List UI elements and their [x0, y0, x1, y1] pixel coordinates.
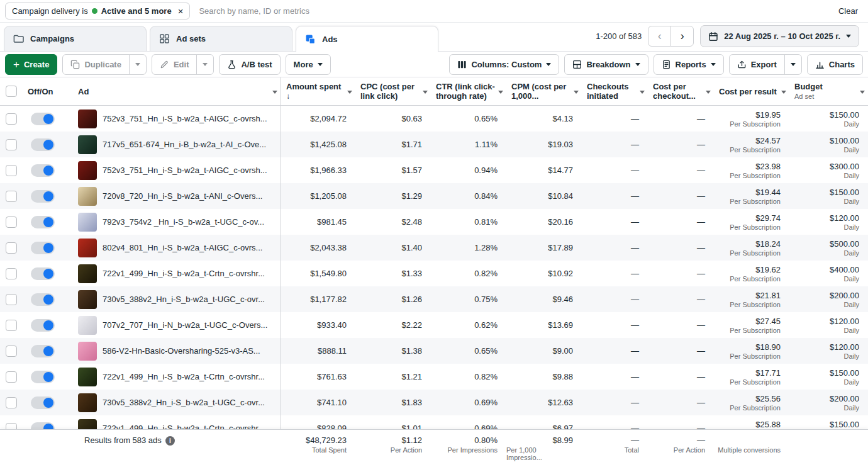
row-checkbox[interactable]	[6, 191, 17, 202]
ad-status-toggle[interactable]	[31, 371, 55, 383]
cost-per-checkout-cell: —	[648, 183, 714, 209]
clear-filters-button[interactable]: Clear	[838, 6, 858, 16]
col-header-amount-spent[interactable]: Amount spent ↓	[281, 77, 355, 105]
create-button[interactable]: + Create	[5, 54, 57, 75]
info-icon[interactable]: i	[165, 436, 175, 446]
amount-spent-cell: $2,043.38	[281, 235, 355, 261]
ad-name-link[interactable]: 802v4_801_Hn_i-S_b-w2a_t-AIGC_c-ovrs...	[103, 243, 262, 252]
chevron-down-icon[interactable]	[498, 91, 503, 94]
row-checkbox[interactable]	[6, 294, 17, 305]
toggle-knob	[43, 140, 53, 150]
row-checkbox[interactable]	[6, 242, 17, 254]
ctr-cell: 1.28%	[431, 235, 506, 261]
row-checkbox[interactable]	[6, 371, 17, 383]
ad-status-toggle[interactable]	[31, 190, 55, 203]
ad-cell: 720v8_720_Hn_i-S_b-w2a_t-ANI_c-Overs...	[69, 183, 281, 209]
ad-name-link[interactable]: 707v2_707_Hn_i-N_b-w2a_t-UGC_c-Overs...	[103, 320, 267, 330]
remove-filter-icon[interactable]: ×	[178, 6, 184, 16]
col-header-cpc[interactable]: CPC (cost per link click)	[355, 77, 431, 105]
budget-cell: $200.00Daily	[789, 390, 868, 415]
ad-name-link[interactable]: 752v3_751_Hn_i-S_b-w2a_t-AIGC_c-ovrsh...	[103, 166, 267, 175]
ad-name-link[interactable]: 730v5_388v2_Hn_i-S_b-w2a_t-UGC_c-ovr...	[103, 295, 265, 304]
more-button[interactable]: More	[286, 54, 331, 75]
previous-page-button[interactable]: ‹	[648, 26, 671, 47]
ad-name-link[interactable]: 717v5_651-674_Hn_i-B_b-w2a_t-AI_c-Ove...	[103, 140, 266, 149]
chevron-down-icon[interactable]	[272, 91, 277, 94]
select-all-checkbox[interactable]	[6, 86, 17, 97]
sort-descending-icon[interactable]: ↓	[286, 92, 341, 101]
chevron-down-icon[interactable]	[860, 91, 865, 94]
tab-campaigns[interactable]: Campaigns	[4, 26, 147, 51]
ad-status-toggle[interactable]	[31, 345, 55, 357]
ad-name-link[interactable]: 722v1_499_Hn_i-S_b-w2a_t-Crtn_c-ovrshr..…	[103, 269, 265, 278]
ab-test-button[interactable]: A/B test	[219, 54, 280, 75]
export-button[interactable]: Export	[729, 54, 785, 75]
ad-status-toggle[interactable]	[31, 396, 55, 409]
reports-button[interactable]: Reports	[654, 54, 724, 75]
edit-button[interactable]: Edit	[152, 54, 198, 75]
budget-cell: $120.00Daily	[789, 209, 868, 235]
table-row: 722v1_499_Hn_i-S_b-w2a_t-Crtn_c-ovrshr..…	[0, 261, 868, 286]
cpc-cell: $1.33	[355, 261, 431, 286]
row-checkbox[interactable]	[6, 346, 17, 357]
ad-status-toggle[interactable]	[31, 138, 55, 151]
budget-header-label: Budget	[794, 82, 823, 91]
edit-dropdown-button[interactable]	[196, 54, 214, 75]
export-dropdown-button[interactable]	[784, 54, 802, 75]
col-header-cost-per-result[interactable]: Cost per result	[714, 77, 789, 105]
tab-ads[interactable]: Ads	[296, 26, 438, 52]
col-header-cost-per-checkout[interactable]: Cost per checkout...	[648, 77, 714, 105]
toggle-knob	[43, 398, 53, 408]
col-header-cpm[interactable]: CPM (cost per 1,000...	[506, 77, 582, 105]
ad-thumbnail	[78, 290, 97, 309]
row-checkbox[interactable]	[6, 320, 17, 331]
chevron-down-icon[interactable]	[781, 91, 786, 94]
ad-status-toggle[interactable]	[31, 267, 55, 280]
breakdown-button[interactable]: Breakdown	[564, 54, 648, 75]
next-page-button[interactable]: ›	[670, 26, 694, 47]
ad-cell: 722v1_499_Hn_i-S_b-w2a_t-Crtn_c-ovrshr..…	[69, 364, 281, 390]
columns-button[interactable]: Columns: Custom	[449, 54, 559, 75]
ad-name-link[interactable]: 586-V2-Hn-Basic-Oversharing-525-v3-AS...	[103, 346, 260, 356]
charts-button[interactable]: Charts	[807, 54, 863, 75]
chevron-down-icon[interactable]	[574, 91, 579, 94]
ad-name-link[interactable]: 720v8_720_Hn_i-S_b-w2a_t-ANI_c-Overs...	[103, 191, 262, 201]
ad-status-toggle[interactable]	[31, 242, 55, 254]
ad-name-link[interactable]: 730v5_388v2_Hn_i-S_b-w2a_t-UGC_c-ovr...	[103, 398, 265, 407]
edit-split-button: Edit	[152, 54, 214, 75]
row-checkbox[interactable]	[6, 268, 17, 279]
ad-name-link[interactable]: 722v1_499_Hn_i-S_b-w2a_t-Crtn_c-ovrshr..…	[103, 372, 265, 381]
ad-cell: 802v4_801_Hn_i-S_b-w2a_t-AIGC_c-ovrs...	[69, 235, 281, 261]
ad-name-link[interactable]: 792v3_754v2 _Hn_i-S_b-w2a_t-UGC_c-ov...	[103, 217, 264, 227]
ad-status-toggle[interactable]	[31, 164, 55, 177]
row-checkbox[interactable]	[6, 397, 17, 408]
cpm-cell: $4.13	[506, 106, 582, 132]
ad-name-link[interactable]: 752v3_751_Hn_i-S_b-w2a_t-AIGC_c-ovrsh...	[103, 114, 267, 123]
total-amount-spent: $48,729.23Total Spent	[281, 435, 355, 472]
tab-ad-sets[interactable]: Ad sets	[150, 26, 292, 51]
col-header-checkouts-initiated[interactable]: Checkouts initiated	[582, 77, 648, 105]
chevron-down-icon[interactable]	[347, 91, 352, 94]
chevron-down-icon[interactable]	[423, 91, 428, 94]
col-header-budget[interactable]: Budget Ad set	[789, 77, 868, 105]
duplicate-dropdown-button[interactable]	[129, 54, 147, 75]
ad-status-toggle[interactable]	[31, 113, 55, 125]
chevron-down-icon[interactable]	[706, 91, 711, 94]
ad-status-toggle[interactable]	[31, 319, 55, 332]
date-range-button[interactable]: 22 Aug 2025 г. – 10 Oct 2025 г.	[700, 25, 859, 47]
ad-status-toggle[interactable]	[31, 293, 55, 306]
campaign-delivery-filter-chip[interactable]: Campaign delivery is Active and 5 more ×	[5, 3, 190, 20]
cpc-cell: $1.29	[355, 183, 431, 209]
chevron-down-icon	[711, 63, 716, 66]
cpm-cell: $20.16	[506, 209, 582, 235]
row-checkbox[interactable]	[6, 165, 17, 176]
col-header-ad[interactable]: Ad	[69, 77, 281, 105]
search-input[interactable]	[199, 6, 829, 16]
row-checkbox[interactable]	[6, 139, 17, 150]
row-checkbox[interactable]	[6, 113, 17, 125]
row-checkbox[interactable]	[6, 216, 17, 228]
duplicate-button[interactable]: Duplicate	[62, 54, 130, 75]
chevron-down-icon[interactable]	[640, 91, 645, 94]
col-header-ctr[interactable]: CTR (link click-through rate)	[431, 77, 506, 105]
ad-status-toggle[interactable]	[31, 216, 55, 228]
